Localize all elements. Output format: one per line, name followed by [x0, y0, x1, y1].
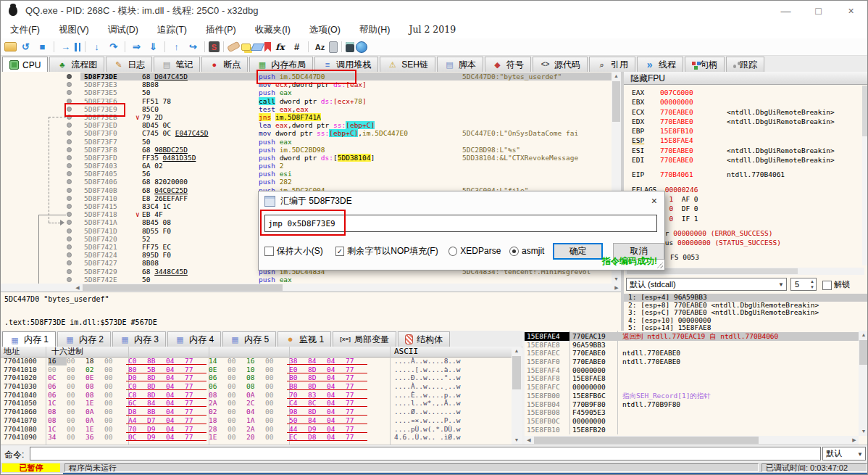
breakpoint-dot-icon[interactable]: [67, 269, 72, 274]
stack-row[interactable]: 15E8FAE896A59BB3: [525, 341, 859, 350]
pause-icon[interactable]: [75, 43, 81, 51]
tab-watch1[interactable]: ●监视 1: [277, 331, 331, 347]
memory-row[interactable]: 7704101000000200805B04770E001000E08D0477…: [1, 365, 522, 374]
disasm-gutter[interactable]: [1, 170, 80, 178]
minimize-button[interactable]: —: [769, 1, 802, 21]
breakpoint-dot-icon[interactable]: [67, 123, 72, 128]
disasm-gutter[interactable]: [1, 276, 80, 284]
run-to-user-code-icon[interactable]: ↪: [185, 41, 201, 54]
menu-item-1[interactable]: 文件(F): [1, 21, 49, 39]
tab-source[interactable]: <>源代码: [533, 57, 588, 72]
font-icon[interactable]: Az: [312, 41, 327, 54]
disasm-gutter[interactable]: [1, 202, 80, 210]
breakpoint-dot-icon[interactable]: [67, 155, 72, 160]
registers-vscroll-thumb[interactable]: [862, 86, 868, 136]
disasm-row[interactable]: 5D8F740668 82020000push 282: [1, 178, 612, 186]
memory-row[interactable]: 7704107008000A00A4D7047718001A0050840477…: [1, 416, 522, 425]
register-row[interactable]: ESP15E8FAE4: [624, 136, 868, 145]
scroll-down-icon[interactable]: ▼: [512, 436, 522, 445]
register-row[interactable]: EDX770EABE0<ntdll.DbgUiRemoteBreakin>: [624, 117, 868, 126]
tab-threads[interactable]: »线程: [637, 57, 683, 72]
disasm-row[interactable]: 5D8F74036A 02push 2: [1, 162, 612, 170]
disasm-gutter[interactable]: [1, 146, 80, 154]
disasm-gutter[interactable]: [1, 113, 80, 121]
tab-dump5[interactable]: ▦内存 5: [222, 331, 276, 347]
calculator-icon[interactable]: [346, 42, 354, 52]
breakpoint-dot-icon[interactable]: [67, 163, 72, 168]
scroll-down-icon[interactable]: ▼: [859, 427, 868, 436]
disasm-gutter[interactable]: [1, 121, 80, 129]
disasm-gutter[interactable]: [1, 129, 80, 137]
disasm-row[interactable]: 5D8F73FDFF35 0481D35Dpush dword ptr ds:[…: [1, 154, 612, 162]
ok-button[interactable]: 确定: [553, 243, 602, 260]
menu-item-9[interactable]: Jul 2 2019: [399, 21, 465, 38]
breakpoint-dot-icon[interactable]: [67, 99, 72, 104]
stack-row[interactable]: 15E8FAE4770EAC19返回到 ntdll.770EAC19 自 ntd…: [525, 332, 859, 341]
register-row[interactable]: EBX00000000: [624, 97, 868, 107]
disasm-row[interactable]: 5D8F73ED8D45 0Clea eax,dword ptr ss:[ebp…: [1, 121, 612, 129]
disasm-gutter[interactable]: [1, 194, 80, 202]
breakpoint-dot-icon[interactable]: [67, 220, 72, 225]
stack-row[interactable]: 15E8FAF815E8FAE8: [525, 374, 859, 383]
disasm-gutter[interactable]: [1, 235, 80, 243]
comments-icon[interactable]: [241, 44, 251, 51]
tab-breakpoints[interactable]: ●断点: [201, 57, 248, 72]
disasm-row[interactable]: 5D8F742E50push eax: [1, 276, 612, 284]
disasm-vscroll-thumb[interactable]: [612, 81, 620, 122]
breakpoint-dot-icon[interactable]: [67, 139, 72, 144]
breakpoint-dot-icon[interactable]: [67, 90, 72, 95]
restart-icon[interactable]: ↺: [18, 41, 33, 54]
memory-row[interactable]: 7704104006000800C88D047708000A0070830477…: [1, 391, 522, 400]
calling-convention-select[interactable]: 默认 (stdcall)▼: [626, 278, 787, 291]
strings-icon[interactable]: S: [209, 41, 220, 52]
breakpoint-dot-icon[interactable]: [67, 228, 72, 234]
breakpoint-dot-icon[interactable]: [67, 204, 72, 209]
tab-references[interactable]: ⌕引用: [589, 57, 635, 72]
asmjit-radio[interactable]: [509, 247, 519, 256]
memory-row[interactable]: 7704100016001800C08B04771400160038840477…: [1, 357, 522, 365]
menu-item-8[interactable]: 帮助(H): [350, 21, 399, 39]
disasm-gutter[interactable]: [1, 154, 80, 162]
tab-dump1[interactable]: ▦内存 1: [2, 331, 56, 347]
disasm-row[interactable]: 5D8F73DE68 D047C45Dpush im.5DC447D05DC44…: [1, 73, 612, 80]
stack-row[interactable]: 15E8FB08F45905E3: [525, 408, 859, 417]
argument-row[interactable]: 1: [esp+4] 96A59BB3: [624, 294, 868, 302]
register-row[interactable]: EAX007C6000: [624, 88, 868, 97]
stack-row[interactable]: 15E8FB04770B9F80ntdll.770B9F80: [525, 400, 859, 409]
disasm-gutter[interactable]: [1, 88, 80, 96]
breakpoint-dot-icon[interactable]: [67, 236, 72, 241]
stack-row[interactable]: 15E8FAFC00000000: [525, 383, 859, 392]
disasm-gutter[interactable]: [1, 227, 80, 235]
menu-item-3[interactable]: 调试(D): [99, 21, 148, 39]
titlebar[interactable]: QQ.exe - PID: 268C - 模块: im.dll - 线程: 25…: [1, 1, 867, 22]
command-input[interactable]: [30, 447, 821, 460]
breakpoint-dot-icon[interactable]: [67, 171, 72, 176]
stack-hscroll-thumb[interactable]: [534, 437, 759, 444]
tab-seh[interactable]: ⚠SEH链: [380, 57, 435, 72]
disasm-row[interactable]: 5D8F73F868 98BDC25Dpush im.5DC2BD985DC2B…: [1, 146, 612, 154]
scroll-right-icon[interactable]: ▶: [850, 436, 859, 445]
assemble-dialog-titlebar[interactable]: 汇编于 5D8F73DE ×: [259, 191, 664, 210]
stack-row[interactable]: 15E8FAEC770EABE0ntdll.770EABE0: [525, 349, 859, 358]
tab-notes[interactable]: ▤笔记: [154, 57, 200, 72]
scroll-right-icon[interactable]: ▶: [612, 284, 621, 292]
disasm-gutter[interactable]: [1, 105, 80, 113]
hash-icon[interactable]: #: [289, 41, 304, 54]
keep-size-checkbox[interactable]: [264, 247, 274, 256]
register-row[interactable]: ESI770EABE0<ntdll.DbgUiRemoteBreakin>: [624, 146, 868, 155]
scroll-up-icon[interactable]: ▲: [612, 72, 621, 80]
menu-item-5[interactable]: 插件(P): [196, 21, 246, 39]
internet-icon[interactable]: [356, 41, 367, 53]
stack-panel[interactable]: 15E8FAE4770EAC19返回到 ntdll.770EAC19 自 ntd…: [525, 331, 868, 445]
hide-fpu-button[interactable]: 隐藏FPU: [624, 72, 868, 85]
stack-row[interactable]: 15E8FAF0770EABE0ntdll.770EABE0: [525, 358, 859, 366]
bookmark-icon[interactable]: [264, 42, 271, 52]
disasm-row[interactable]: 5D8F73EB∨79 2Djns im.5D8F741A: [1, 113, 612, 121]
tab-call-stack[interactable]: ≡调用堆栈: [314, 57, 378, 72]
memory-row[interactable]: 7704103006000800C08D047706000800B88D0477…: [1, 382, 522, 391]
disasm-row[interactable]: 5D8F73E985C0test eax,eax: [1, 105, 612, 113]
disasm-gutter[interactable]: [1, 80, 80, 88]
breakpoint-dot-icon[interactable]: [67, 212, 72, 217]
disasm-row[interactable]: 5D8F73E6FF51 78call dword ptr ds:[ecx+78…: [1, 97, 612, 105]
breakpoint-dot-icon[interactable]: [67, 196, 72, 201]
